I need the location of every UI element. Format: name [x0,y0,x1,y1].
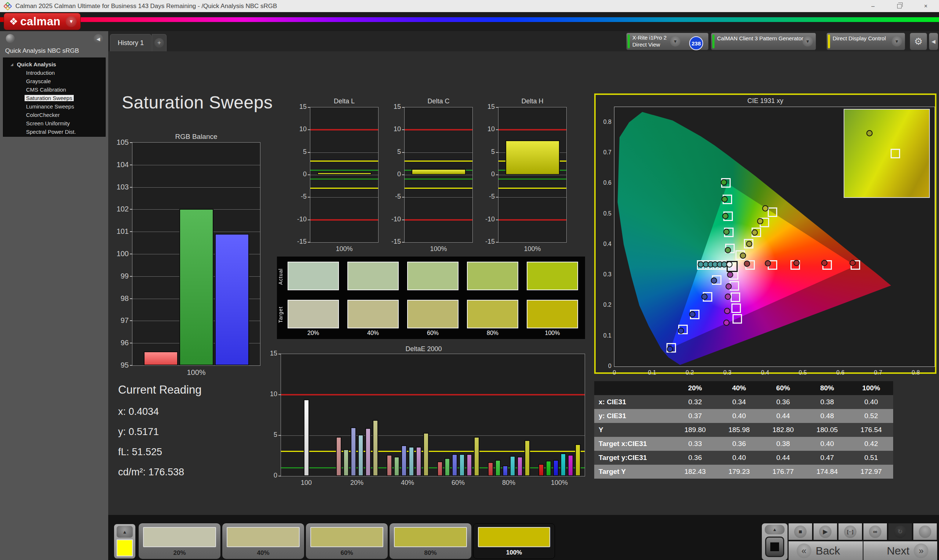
target-square-marker [768,208,777,217]
calman-menu-button[interactable]: ❖ calman ▼ [4,13,81,30]
bar [358,435,364,476]
tree-item-cms-calibration[interactable]: CMS Calibration [3,85,105,94]
stop-icon: ■ [794,526,806,538]
pattern-swatch-button-100pct[interactable]: 100% [473,523,555,559]
table-cell: 185.98 [717,426,761,434]
panel-collapse-button[interactable]: ◀ [929,32,938,50]
tree-item-spectral-power-dist-[interactable]: Spectral Power Dist. [3,128,105,136]
y-axis-tick-label: 104 [112,160,129,169]
meter-dropdown[interactable]: X-Rite i1Pro 2Direct View ▼ 238 [626,32,709,50]
cie-1931-panel: CIE 1931 xy 00.10.20.30.40.50.60.70.800.… [594,94,936,374]
y-axis-tick-label: 0.8 [598,119,611,125]
color-swatch [467,262,518,290]
stop-icon [770,542,779,551]
reference-line [405,188,472,189]
chevron-left-icon: ◀ [97,36,100,42]
bar [317,172,372,175]
spectrum-strip [0,17,939,22]
reference-line [498,219,566,221]
y-axis-tick-label: 97 [112,316,129,325]
bar [560,453,566,476]
pattern-swatch-button-20pct[interactable]: 20% [139,523,220,559]
current-pattern-swatch[interactable] [117,540,133,556]
back-button[interactable]: « Back [789,541,863,560]
pattern-swatch-button-60pct[interactable]: 60% [306,523,388,559]
cie-1931-plot: 00.10.20.30.40.50.60.70.800.10.20.30.40.… [614,107,935,367]
y-axis-tick-label: 0.5 [598,210,611,217]
window-title: Calman 2025 Calman Ultimate for Business… [15,3,277,10]
table-cell: 0.48 [805,412,849,420]
tree-root-quick-analysis[interactable]: ◢Quick Analysis [3,60,105,69]
sphere-icon[interactable] [6,34,15,43]
tree-item-grayscale[interactable]: Grayscale [3,77,105,85]
expander-icon: ◢ [11,63,13,66]
bracket-icon: [··] [844,526,856,538]
bracket-button[interactable]: [··] [839,523,862,540]
display-status-bar [828,34,830,48]
pattern-generator-dropdown[interactable]: CalMAN Client 3 Pattern Generator ▼ [711,32,816,50]
tree-item-luminance-sweeps[interactable]: Luminance Sweeps [3,102,105,111]
delta-l-title: Delta L [310,97,379,105]
sidebar-collapse-button[interactable]: ◀ [94,34,103,44]
calman-logo-text: calman [20,15,60,28]
pattern-swatch [227,527,300,547]
y-axis-tick [402,107,405,108]
actual-target-swatch-grid: ActualTarget20%40%60%80%100% [277,257,585,339]
current-reading-y: y: 0.5171 [118,426,201,438]
pattern-swatch [310,527,383,547]
y-axis-tick-label: 0 [290,171,307,178]
x-axis-group-label: 100 [284,479,328,487]
y-axis-tick-label: 0 [478,171,495,178]
y-axis-tick [308,129,310,130]
next-button[interactable]: Next » [863,541,937,560]
tree-item-saturation-sweeps[interactable]: Saturation Sweeps [3,94,105,102]
tree-item-colorchecker[interactable]: ColorChecker [3,111,105,119]
gridline [281,435,585,436]
bar [179,209,213,365]
settings-button[interactable]: ⚙ [910,32,927,50]
measured-point-marker [723,229,729,235]
table-cell: 189.80 [673,426,717,434]
tree-item-introduction[interactable]: Introduction [3,69,105,77]
x-axis-group-label: 100% [537,479,581,487]
gridline [310,152,378,153]
x-axis-group-label: 80% [487,479,531,487]
table-cell: 174.84 [805,468,849,476]
bar [409,447,414,476]
color-swatch [288,300,339,328]
table-row: Target x:CIE310.330.360.380.400.42 [594,437,893,451]
collapse-up-button[interactable]: ▲ [765,525,785,534]
y-axis-tick-label: 0.4 [598,241,611,248]
current-reading-x: x: 0.4034 [118,406,201,417]
minimize-button[interactable]: – [860,0,886,12]
pattern-bar: ▲ 20%40%60%80%100% ▲ ■▶[··]∞↻ « Back Nex… [108,515,939,560]
close-button[interactable]: × [913,0,939,12]
swatch-column-label: 100% [527,330,578,337]
tree-item-screen-uniformity[interactable]: Screen Uniformity [3,119,105,128]
chevron-down-icon: ▼ [66,16,77,27]
blank-button[interactable] [913,523,937,540]
y-axis-tick [402,197,405,197]
pattern-swatch-button-40pct[interactable]: 40% [222,523,304,559]
stop-pattern-button[interactable] [765,537,784,557]
table-cell: 0.40 [849,398,893,406]
display-control-dropdown[interactable]: Direct Display Control ▼ [826,32,905,50]
restore-button[interactable] [886,0,913,12]
x-axis-tick-label: 0.6 [832,369,848,376]
play-button[interactable]: ▶ [814,523,837,540]
table-row: Target Y182.43179.23176.77174.84172.97 [594,465,893,478]
add-tab-button[interactable]: + [152,34,167,51]
bar [546,461,551,476]
loop-button[interactable]: ∞ [863,523,887,540]
target-square-marker [732,314,742,324]
tab-history-1[interactable]: History 1 [110,34,151,51]
stop-button[interactable]: ■ [789,523,812,540]
measured-point-marker [762,205,768,211]
pattern-swatch-button-80pct[interactable]: 80% [390,523,471,559]
collapse-up-button[interactable]: ▲ [117,526,133,538]
color-swatch [527,262,578,290]
refresh-button[interactable]: ↻ [888,523,912,540]
table-cell: 0.40 [717,454,761,462]
next-button-label: Next [887,545,910,557]
table-header-cell: 40% [717,384,761,392]
